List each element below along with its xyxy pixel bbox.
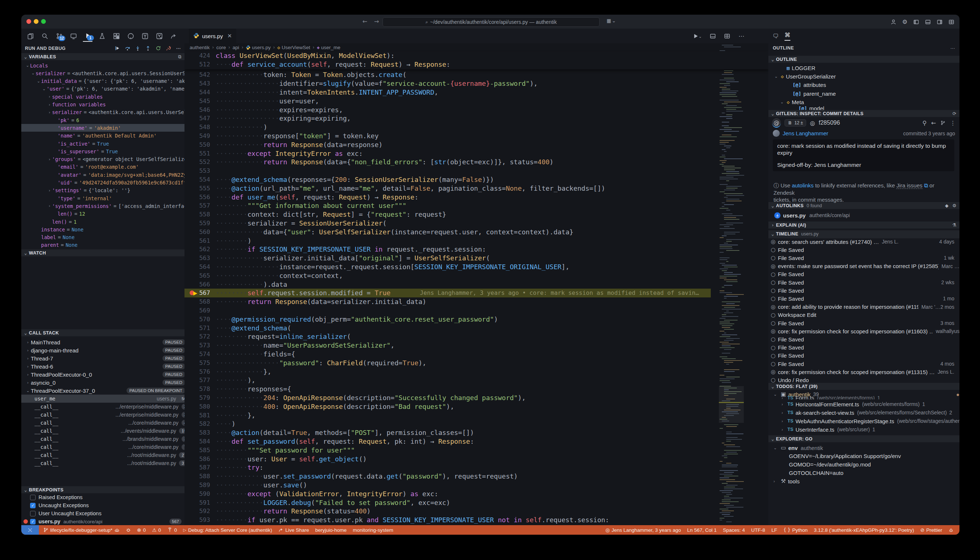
timeline-item[interactable]: ○File Saved (768, 270, 960, 278)
variable-row[interactable]: ⌄'user'={'pk': 6, 'username': 'akadmin',… (21, 85, 185, 93)
copy-icon[interactable]: ⧉ (178, 54, 182, 60)
variable-row[interactable]: 'is_superuser'=True (21, 147, 185, 155)
timeline-item[interactable]: ○File Saved4 mos (768, 360, 960, 368)
variable-row[interactable]: 'username'='akadmin' (21, 124, 185, 132)
callstack-thread-row[interactable]: ›asyncio_0PAUSED (21, 378, 185, 387)
callstack-frame-row[interactable]: __call__.../root/middleware.py318:1 (21, 459, 185, 467)
statusbar-item[interactable] (126, 527, 131, 532)
chat-icon[interactable]: 🗨 (773, 33, 778, 40)
github-icon[interactable] (126, 30, 135, 42)
callstack-frame-row[interactable]: __call__.../enterprise/middleware.py39:1 (21, 403, 185, 411)
minimap-viewport[interactable] (719, 386, 744, 423)
pull-request-icon[interactable] (140, 30, 150, 42)
statusbar-item[interactable]: Spaces: 4 (723, 527, 745, 533)
callstack-thread-row[interactable]: ⌄ThreadPoolExecutor-37_0PAUSED ON BREAKP… (21, 387, 185, 395)
code-line-554[interactable]: 554····@extend_schema(responses={200: Se… (185, 175, 711, 184)
code-line-583[interactable]: 583····@action(detail=True, methods=["PO… (185, 428, 711, 437)
code-line-562[interactable]: 562········if SESSION_KEY_IMPERSONATE_US… (185, 245, 711, 254)
code-line-548[interactable]: 548············) (185, 123, 711, 132)
callstack-thread-row[interactable]: ›django-main-threadPAUSED (21, 346, 185, 354)
code-line-544[interactable]: 544················intent=TokenIntents.I… (185, 88, 711, 97)
code-line-570[interactable]: 570····@permission_required(obj_perm="au… (185, 315, 711, 323)
open-changes-icon[interactable] (710, 33, 716, 39)
layout-sidebar-left-icon[interactable] (913, 18, 919, 25)
outline-item[interactable]: [@]parent_name (768, 90, 960, 98)
code-line-558[interactable]: 558········context: dict[str, Request] =… (185, 210, 711, 219)
breadcrumb-item[interactable]: ❖user_me (317, 45, 340, 50)
code-line-584[interactable]: 584····def set_password(self, request: R… (185, 437, 711, 446)
code-line-552[interactable]: 552············return Response(data={"no… (185, 158, 711, 167)
timeline-item[interactable]: ◎events: make sure password set event ha… (768, 262, 960, 270)
close-window-button[interactable] (27, 19, 31, 24)
breakpoint-row[interactable]: ✓Uncaught Exceptions (21, 502, 185, 509)
statusbar-item[interactable]: ▷Debug: Attach Server Core (authentik) (183, 527, 272, 533)
breakpoint-checkbox[interactable] (30, 511, 35, 517)
breakpoint-row[interactable]: Raised Exceptions (21, 493, 185, 501)
code-line-545[interactable]: 545················user=user, (185, 97, 711, 105)
timeline-item[interactable]: ○File Saved (768, 352, 960, 360)
sticky-line[interactable]: 512····def service_account(self, request… (185, 60, 711, 69)
callstack-thread-row[interactable]: ›Thread-7PAUSED (21, 354, 185, 362)
timeline-item[interactable]: ◎core: fix permission check for scoped i… (768, 368, 960, 376)
code-line-574[interactable]: 574············fields={ (185, 350, 711, 359)
breakpoints-section-header[interactable]: ⌄BREAKPOINTS (21, 486, 185, 493)
split-editor-icon[interactable] (724, 33, 730, 39)
timeline-item[interactable]: ○File Saved (768, 343, 960, 352)
code-line-590[interactable]: 590········except (ValidationError, Inte… (185, 489, 711, 498)
variable-row[interactable]: ›serializer=<authentik.core.api.users.Us… (21, 108, 185, 116)
nav-back-icon[interactable]: ← (362, 18, 367, 25)
timeline-item[interactable]: ○File Saved1 mo (768, 295, 960, 303)
remote-explorer-icon[interactable] (68, 30, 78, 42)
code-line-588[interactable]: 588············user.set_password(request… (185, 472, 711, 481)
code-line-560[interactable]: 560············data={"user": UserSelfSer… (185, 227, 711, 236)
timeline-item[interactable]: ◎core: add ability to provide reason for… (768, 303, 960, 311)
statusbar-item[interactable]: ◎Jens Langhammer, 3 years ago (605, 527, 681, 533)
minimize-window-button[interactable] (34, 19, 38, 24)
tab-users-py[interactable]: users.py ✕ (189, 28, 236, 43)
callstack-thread-row[interactable]: ›Thread-6PAUSED (21, 362, 185, 370)
callstack-frame-row[interactable]: user_meusers.py567:1 (21, 395, 185, 403)
watch-section-header[interactable]: ⌄WATCH (21, 249, 185, 256)
statusbar-item[interactable]: 3.12.8 ('authentik-xEAhpGPh-py3.12': Poe… (814, 527, 914, 533)
todo-file-row[interactable]: ›TSForm.ts(web/src/elements/forms)1 (768, 396, 960, 399)
statusbar-item[interactable]: UTF-8 (751, 527, 765, 533)
testing-icon[interactable] (97, 30, 107, 42)
commit-author[interactable]: Jens Langhammer (783, 130, 828, 137)
statusbar-item[interactable]: ⊗0 (137, 527, 146, 533)
statusbar-item[interactable]: ⊘Prettier (920, 527, 942, 533)
variable-row[interactable]: 'uid'='49d24724dfa590a20fb5961e9c6673cd1… (21, 179, 185, 187)
sticky-line[interactable]: 424class UserViewSet(UsedByMixin, ModelV… (185, 51, 711, 60)
code-line-556[interactable]: 556····def user_me(self, request: Reques… (185, 193, 711, 201)
debug-restart-icon[interactable] (155, 45, 161, 51)
callstack-frame-row[interactable]: __call__.../root/middleware.py275:1 (21, 451, 185, 459)
layout-panel-icon[interactable] (925, 18, 931, 25)
code-line-550[interactable]: 550············return Response(data=resp… (185, 140, 711, 149)
breakpoint-checkbox[interactable] (30, 495, 35, 500)
code-line-582[interactable]: 582····) (185, 420, 711, 428)
variable-row[interactable]: label=None (21, 233, 185, 241)
timeline-item[interactable]: ○File Saved3 mos (768, 319, 960, 327)
code-line-555[interactable]: 555····@action(url_path="me", url_name="… (185, 184, 711, 193)
code-line-572[interactable]: 572········request=inline_serializer( (185, 332, 711, 341)
breakpoint-checkbox[interactable]: ✓ (30, 503, 35, 508)
branch-icon[interactable] (940, 120, 945, 127)
breadcrumb-item[interactable]: api (233, 45, 239, 50)
statusbar-item[interactable]: 0 (167, 527, 177, 533)
outline-section-header[interactable]: ⌄OUTLINE (768, 56, 960, 63)
debug-step-into-icon[interactable] (135, 45, 140, 51)
commit-message[interactable]: core: mark session as modified instead o… (773, 139, 954, 171)
outline-item[interactable]: [@]attributes (768, 81, 960, 89)
run-python-file-icon[interactable]: ⌄ (692, 33, 702, 39)
minimap[interactable] (719, 43, 744, 525)
search-icon[interactable] (40, 30, 50, 42)
variable-row[interactable]: 'pk'=6 (21, 116, 185, 124)
command-center-search[interactable]: ⌕ ~/dev/authentik/authentik/core/api/use… (383, 17, 600, 27)
todos-section-header[interactable]: ⌄TODOS: FLAT (39) (768, 383, 960, 390)
code-line-549[interactable]: 549············response["token"] = token… (185, 132, 711, 140)
outline-item[interactable]: ⌄◇UserGroupSerializer (768, 72, 960, 81)
back-icon[interactable]: ← (931, 120, 936, 127)
editor-more-actions-icon[interactable]: ⋯ (738, 33, 744, 40)
code-line-551[interactable]: 551········except IntegrityError as exc: (185, 149, 711, 158)
variable-row[interactable]: instance=None (21, 225, 185, 233)
variable-row[interactable]: 'is_active'=True (21, 140, 185, 147)
